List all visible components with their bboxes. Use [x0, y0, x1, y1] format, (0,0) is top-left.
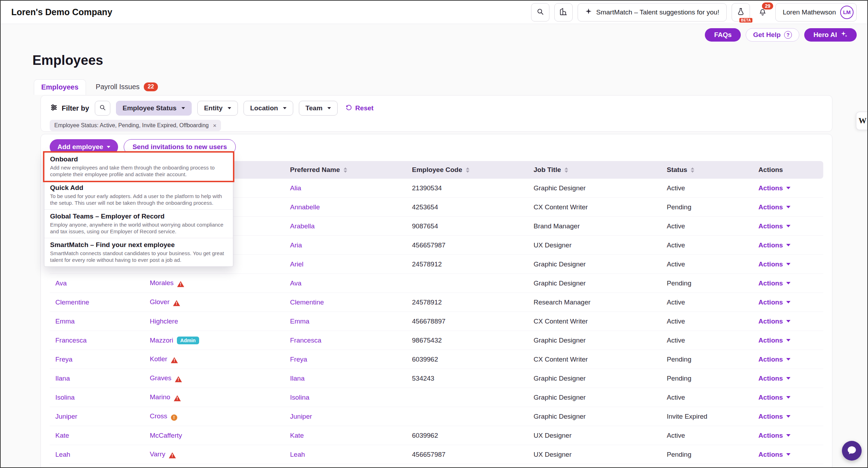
reset-filters-button[interactable]: Reset: [345, 104, 374, 113]
close-icon[interactable]: ×: [213, 123, 216, 129]
last-name-link[interactable]: Varry: [150, 450, 165, 458]
last-name-link[interactable]: McCafferty: [150, 432, 182, 439]
job-title-cell: Graphic Designer: [528, 331, 661, 350]
last-name-link[interactable]: Mazzori: [150, 337, 173, 344]
sort-icon[interactable]: [344, 167, 347, 173]
actions-button[interactable]: Actions: [758, 356, 790, 363]
actions-button[interactable]: Actions: [758, 432, 790, 439]
table-row: IlanaGravesIlana534243Graphic DesignerPe…: [50, 369, 823, 388]
last-name-link[interactable]: Graves: [150, 374, 171, 382]
first-name-link[interactable]: Ilana: [55, 375, 70, 382]
preferred-name-link[interactable]: Freya: [290, 356, 307, 363]
caret-down-icon: [786, 396, 790, 399]
preferred-name-link[interactable]: Isolina: [290, 394, 309, 401]
last-name-link[interactable]: Cross: [150, 412, 167, 420]
entity-filter[interactable]: Entity: [197, 101, 238, 116]
last-name-link[interactable]: Highclere: [150, 318, 178, 325]
actions-button[interactable]: Actions: [758, 337, 790, 344]
smartmatch-button[interactable]: SmartMatch – Talent suggestions for you!: [578, 3, 727, 21]
actions-button[interactable]: Actions: [758, 298, 790, 306]
sort-icon[interactable]: [565, 167, 568, 173]
team-filter[interactable]: Team: [299, 101, 338, 116]
preferred-name-link[interactable]: Alia: [290, 184, 301, 192]
column-header[interactable]: Status: [661, 161, 753, 179]
preferred-name-link[interactable]: Ava: [290, 279, 301, 287]
caret-down-icon: [786, 358, 790, 361]
column-header[interactable]: Preferred Name: [284, 161, 406, 179]
beta-features-button[interactable]: BETA: [732, 3, 750, 21]
actions-label: Actions: [758, 203, 783, 211]
faqs-button[interactable]: FAQs: [705, 28, 741, 42]
first-name-link[interactable]: Juniper: [55, 413, 77, 420]
first-name-link[interactable]: Clementine: [55, 298, 89, 306]
first-name-link[interactable]: Isolina: [55, 394, 75, 401]
actions-button[interactable]: Actions: [758, 375, 790, 382]
search-button[interactable]: [531, 3, 549, 21]
add-menu-item[interactable]: OnboardAdd new employees and take them t…: [44, 153, 233, 181]
preferred-name-link[interactable]: Annabelle: [290, 203, 320, 211]
question-mark-icon: ?: [784, 31, 792, 39]
send-invitations-label: Send invitations to new users: [133, 143, 227, 151]
tab-employees[interactable]: Employees: [34, 79, 86, 95]
preferred-name-link[interactable]: Francesca: [290, 337, 321, 344]
column-header[interactable]: Job Title: [528, 161, 661, 179]
actions-button[interactable]: Actions: [758, 222, 790, 230]
organisation-button[interactable]: [554, 3, 573, 21]
add-menu-item[interactable]: Quick AddTo be used for your early adopt…: [44, 181, 233, 209]
last-name-link[interactable]: Marino: [150, 393, 170, 401]
side-panel-tab[interactable]: W: [856, 112, 868, 130]
employee-status-filter[interactable]: Employee Status: [116, 101, 192, 116]
actions-button[interactable]: Actions: [758, 451, 790, 458]
actions-label: Actions: [758, 241, 783, 249]
actions-button[interactable]: Actions: [758, 203, 790, 211]
job-title-cell: Research Manager: [528, 293, 661, 312]
actions-button[interactable]: Actions: [758, 241, 790, 249]
actions-label: Actions: [758, 184, 783, 192]
add-menu-item[interactable]: Global Teams – Employer of RecordEmploy …: [44, 209, 233, 238]
preferred-name-link[interactable]: Juniper: [290, 413, 312, 420]
last-name-cell: Kotler: [144, 350, 284, 369]
actions-button[interactable]: Actions: [758, 318, 790, 325]
last-name-link[interactable]: Kotler: [150, 355, 167, 363]
preferred-name-link[interactable]: Emma: [290, 318, 309, 325]
preferred-name-link[interactable]: Ariel: [290, 260, 303, 268]
add-menu-item-description: To be used for your early adopters. Add …: [50, 193, 227, 206]
caret-down-icon: [786, 377, 790, 380]
actions-button[interactable]: Actions: [758, 413, 790, 420]
user-menu-button[interactable]: Loren Mathewson LM: [775, 3, 857, 21]
first-name-link[interactable]: Francesca: [55, 337, 87, 344]
filter-search-button[interactable]: [95, 101, 110, 116]
add-menu-item[interactable]: SmartMatch – Find your next employeeSmar…: [44, 238, 233, 266]
sort-icon[interactable]: [466, 167, 469, 173]
preferred-name-link[interactable]: Ilana: [290, 375, 304, 382]
actions-button[interactable]: Actions: [758, 260, 790, 268]
preferred-name-link[interactable]: Arabella: [290, 222, 315, 230]
get-help-button[interactable]: Get Help ?: [746, 28, 799, 42]
employee-code-cell: [406, 388, 528, 407]
first-name-link[interactable]: Freya: [55, 356, 73, 363]
actions-label: Actions: [758, 260, 783, 268]
preferred-name-link[interactable]: Kate: [290, 432, 304, 439]
preferred-name-link[interactable]: Aria: [290, 241, 302, 249]
location-filter[interactable]: Location: [244, 101, 293, 116]
actions-button[interactable]: Actions: [758, 184, 790, 192]
actions-button[interactable]: Actions: [758, 279, 790, 287]
notifications-button[interactable]: 29: [755, 3, 770, 21]
warning-triangle-icon: [174, 395, 181, 401]
sort-icon[interactable]: [691, 167, 694, 173]
first-name-link[interactable]: Emma: [55, 318, 75, 325]
last-name-link[interactable]: Glover: [150, 298, 170, 306]
last-name-cell: Morales: [144, 274, 284, 293]
first-name-link[interactable]: Leah: [55, 451, 70, 458]
first-name-link[interactable]: Ava: [55, 279, 67, 287]
chat-launcher-button[interactable]: [842, 441, 862, 461]
tab-payroll-issues[interactable]: Payroll Issues 22: [89, 79, 165, 95]
actions-button[interactable]: Actions: [758, 394, 790, 401]
preferred-name-link[interactable]: Leah: [290, 451, 305, 458]
preferred-name-link[interactable]: Clementine: [290, 298, 324, 306]
hero-ai-button[interactable]: Hero AI: [804, 28, 857, 42]
first-name-link[interactable]: Kate: [55, 432, 69, 439]
column-header[interactable]: Employee Code: [406, 161, 528, 179]
last-name-link[interactable]: Morales: [150, 279, 174, 287]
help-bar: FAQs Get Help ? Hero AI: [705, 28, 857, 42]
